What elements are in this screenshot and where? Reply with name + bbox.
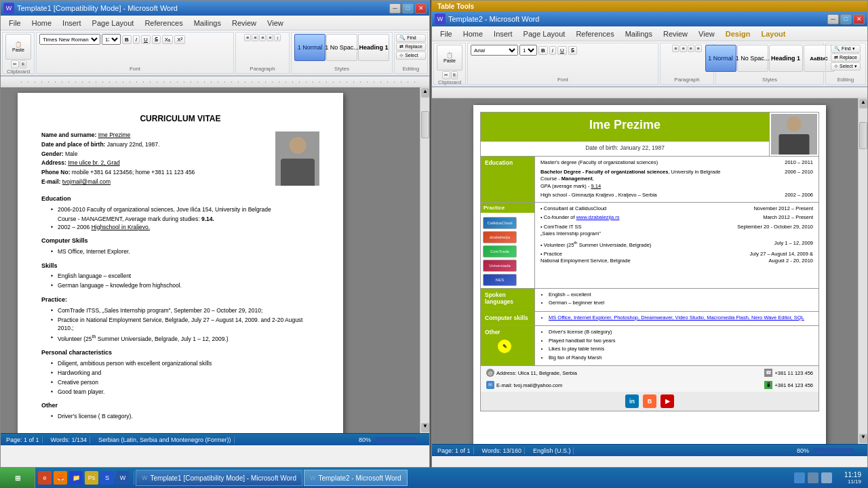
scroll-down-left[interactable]: ▼ (421, 423, 429, 432)
zoom-slider-right[interactable] (813, 448, 854, 453)
personal-section-title: Personal characteristics (41, 348, 319, 357)
cut-button-left[interactable]: ✂ (11, 60, 19, 68)
menu-mailings-left[interactable]: Mailings (189, 18, 226, 28)
font-family-select-right[interactable]: Arial (471, 45, 518, 56)
strikethrough-btn-right[interactable]: S̶ (568, 46, 577, 55)
style-nospace-btn-right[interactable]: 1 No Spac... (737, 45, 768, 72)
font-label-right: Font (557, 77, 568, 83)
underline-btn-left[interactable]: U (141, 35, 151, 44)
minimize-button-right[interactable]: ─ (827, 14, 839, 24)
menu-home-right[interactable]: Home (458, 28, 488, 39)
menu-file-right[interactable]: File (435, 28, 458, 39)
menu-pagelayout-right[interactable]: Page Layout (518, 28, 571, 39)
menu-review-right[interactable]: Review (658, 28, 693, 39)
select-btn-right[interactable]: ⊹ Select ▾ (831, 62, 861, 70)
style-normal-btn-left[interactable]: 1 Normal (294, 34, 326, 61)
tray-lang-icon[interactable] (821, 472, 832, 483)
scroll-down-right[interactable]: ▼ (859, 434, 867, 443)
photoshop-icon[interactable]: Ps (85, 471, 98, 485)
menu-insert-left[interactable]: Insert (57, 18, 87, 28)
bold-btn-right[interactable]: B (538, 46, 548, 55)
style-heading1-btn-right[interactable]: Heading 1 (769, 45, 803, 72)
align-right-btn-right[interactable]: ≡ (688, 45, 694, 52)
align-left-btn-right[interactable]: ≡ (672, 45, 679, 52)
font-family-select-left[interactable]: Times New Roman (39, 34, 100, 45)
practice-link[interactable]: www.dzabalezija.rs (576, 214, 620, 220)
cut-button-right[interactable]: ✂ (442, 71, 450, 79)
maximize-button-right[interactable]: □ (840, 14, 852, 24)
edu-bullet-1: 2006-2010 Faculty of organizational scie… (50, 206, 319, 214)
menu-layout-right[interactable]: Layout (755, 28, 791, 39)
cv-page-left: CURRICULUM VITAE Name and surname: Ime P… (18, 93, 343, 433)
font-size-select-left[interactable]: 12 (102, 34, 121, 45)
word-taskbar-icon[interactable]: W (116, 471, 130, 485)
scroll-thumb-left[interactable] (421, 111, 429, 138)
font-size-select-right[interactable]: 11 (519, 45, 537, 56)
ie-icon[interactable]: e (38, 471, 52, 485)
style-heading1-btn-left[interactable]: Heading 1 (358, 34, 389, 61)
minimize-button-left[interactable]: ─ (389, 3, 401, 14)
menu-home-left[interactable]: Home (26, 18, 57, 28)
menu-review-left[interactable]: Review (226, 18, 262, 28)
subscript-btn-left[interactable]: X₂ (162, 35, 173, 44)
menu-insert-right[interactable]: Insert (488, 28, 518, 39)
menu-view-right[interactable]: View (693, 28, 720, 39)
align-center-btn-right[interactable]: ≡ (679, 45, 686, 52)
scroll-thumb-right[interactable] (859, 122, 867, 149)
paste-button-right[interactable]: 📋Paste (437, 45, 462, 70)
start-button[interactable]: ⊞ (0, 468, 35, 488)
paragraph-label-right: Paragraph (674, 77, 699, 83)
justify-btn[interactable]: ≡ (267, 34, 273, 41)
scroll-up-left[interactable]: ▲ (421, 88, 429, 98)
italic-btn-right[interactable]: I (549, 46, 556, 55)
close-button-right[interactable]: ✕ (853, 14, 865, 24)
menu-mailings-right[interactable]: Mailings (620, 28, 658, 39)
firefox-icon[interactable]: 🦊 (54, 471, 67, 485)
scrollbar-right[interactable]: ▲ ▼ (858, 98, 867, 444)
align-center-btn[interactable]: ≡ (252, 34, 258, 41)
justify-btn-right[interactable]: ≡ (695, 45, 702, 52)
menu-file-left[interactable]: File (3, 18, 26, 28)
close-button-left[interactable]: ✕ (415, 3, 427, 14)
zoom-slider-left[interactable] (375, 437, 416, 443)
blogger-icon[interactable]: B (643, 394, 656, 408)
copy-button-left[interactable]: ⎘ (20, 60, 26, 68)
taskbar-word1[interactable]: W Template1 [Compatibility Mode] - Micro… (136, 470, 302, 486)
line-spacing-btn[interactable]: ↕ (274, 34, 281, 41)
align-left-btn[interactable]: ≡ (244, 34, 251, 41)
paste-button-left[interactable]: 📋Paste (5, 34, 31, 60)
folder-icon[interactable]: 📁 (69, 471, 83, 485)
underline-btn-right[interactable]: U (557, 46, 567, 55)
superscript-btn-left[interactable]: X² (174, 35, 185, 44)
select-btn-left[interactable]: ⊹ Select (396, 52, 426, 60)
menu-design-right[interactable]: Design (720, 28, 756, 39)
ruler-left (1, 77, 429, 87)
menu-view-left[interactable]: View (262, 18, 289, 28)
italic-btn-left[interactable]: I (133, 35, 140, 44)
scroll-up-right[interactable]: ▲ (859, 99, 867, 108)
tray-network-icon[interactable] (794, 472, 805, 483)
youtube-icon[interactable]: ▶ (660, 394, 674, 408)
style-normal-btn-right[interactable]: 1 Normal (705, 45, 736, 72)
menu-pagelayout-left[interactable]: Page Layout (87, 18, 140, 28)
scrollbar-left[interactable]: ▲ ▼ (420, 87, 429, 433)
replace-btn-right[interactable]: ⇄ Replace (831, 54, 861, 62)
menu-references-left[interactable]: References (139, 18, 188, 28)
find-btn-left[interactable]: 🔍 Find (396, 34, 426, 42)
style-nospace-btn-left[interactable]: 1 No Spac... (326, 34, 357, 61)
skype-icon[interactable]: S (100, 471, 114, 485)
maximize-button-left[interactable]: □ (402, 3, 414, 14)
linkedin-icon[interactable]: in (625, 394, 639, 408)
find-btn-right[interactable]: 🔍 Find ▾ (831, 45, 861, 53)
gpa-value: 9.14. (201, 216, 214, 222)
taskbar-word2[interactable]: W Template2 - Microsoft Word (304, 470, 408, 486)
doc-area-left[interactable]: CURRICULUM VITAE Name and surname: Ime P… (1, 87, 429, 433)
replace-btn-left[interactable]: ⇄ Replace (396, 43, 426, 51)
bold-btn-left[interactable]: B (122, 35, 132, 44)
tray-volume-icon[interactable] (808, 472, 818, 483)
align-right-btn[interactable]: ≡ (259, 34, 266, 41)
copy-button-right[interactable]: ⎘ (451, 71, 458, 79)
doc-area-right[interactable]: Ime Prezime Date of birth: January 22, 1… (432, 98, 867, 444)
strikethrough-btn-left[interactable]: S̶ (152, 35, 161, 44)
menu-references-right[interactable]: References (570, 28, 619, 39)
